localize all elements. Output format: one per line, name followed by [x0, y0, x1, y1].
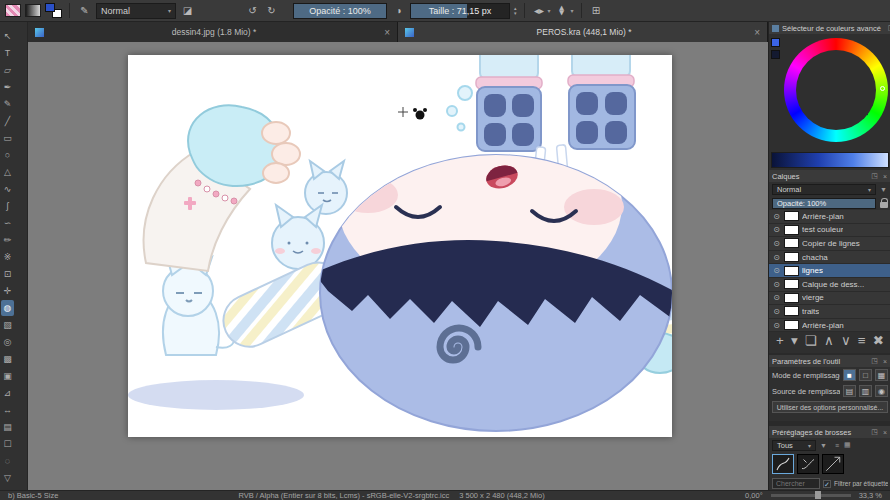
- layer-visibility-icon[interactable]: ⊙: [772, 212, 781, 221]
- layer-visibility-icon[interactable]: ⊙: [772, 307, 781, 316]
- fill-mode-foreground-button[interactable]: ■: [843, 369, 856, 381]
- layer-visibility-icon[interactable]: ⊙: [772, 293, 781, 302]
- mirror-vertical-button[interactable]: ◂▸: [555, 3, 570, 19]
- assistants-tool[interactable]: ⊿: [1, 385, 14, 401]
- grid-view-icon[interactable]: ▦: [843, 441, 852, 449]
- measure-tool[interactable]: ↔: [1, 402, 14, 418]
- zoom-slider[interactable]: [771, 494, 851, 497]
- docker-float-icon[interactable]: ◳: [870, 172, 879, 180]
- layer-row[interactable]: ⊙ Calque de dess...: [769, 278, 890, 292]
- filter-by-tag-checkbox[interactable]: ✓: [823, 480, 831, 488]
- filter-icon[interactable]: ▼: [819, 442, 828, 449]
- layer-row[interactable]: ⊙ chacha: [769, 251, 890, 265]
- fill-source-layer-button[interactable]: ▤: [843, 385, 856, 397]
- brush-preset-tile[interactable]: [772, 454, 794, 474]
- fill-mode-background-button[interactable]: □: [859, 369, 872, 381]
- rectangle-tool[interactable]: ▭: [1, 130, 14, 146]
- dynamic-brush-tool[interactable]: ✏: [1, 232, 14, 248]
- layer-row[interactable]: ⊙ test couleur: [769, 224, 890, 238]
- pattern-chooser[interactable]: [5, 4, 21, 17]
- transform-select-tool[interactable]: ↖: [1, 28, 14, 44]
- docker-close-icon[interactable]: ×: [882, 429, 888, 436]
- redo-icon[interactable]: ↻: [264, 3, 279, 19]
- gradient-tool[interactable]: ▧: [1, 317, 14, 333]
- chevron-down-icon[interactable]: ▾: [571, 7, 574, 14]
- freehand-path-tool[interactable]: ∽: [1, 215, 14, 231]
- opacity-slider[interactable]: Opacité : 100%: [293, 3, 387, 19]
- close-icon[interactable]: ×: [384, 27, 390, 38]
- blend-mode-dropdown[interactable]: Normal ▾: [96, 3, 176, 19]
- docker-close-icon[interactable]: ×: [882, 358, 888, 365]
- brush-editor-button[interactable]: ✎: [77, 3, 92, 19]
- layer-row[interactable]: ⊙ Arrière-plan: [769, 319, 890, 333]
- fill-source-color-button[interactable]: ◉: [875, 385, 888, 397]
- size-spinner[interactable]: ▴ ▾: [514, 6, 517, 16]
- hue-ring[interactable]: [784, 38, 888, 142]
- layer-properties-button[interactable]: ≡: [858, 333, 866, 348]
- layer-visibility-icon[interactable]: ⊙: [772, 253, 781, 262]
- tab-dessin4[interactable]: dessin4.jpg (1.8 Mio) * ×: [28, 22, 398, 42]
- current-color-swatch[interactable]: [771, 38, 780, 47]
- docker-float-icon[interactable]: ◳: [870, 357, 879, 365]
- layer-visibility-icon[interactable]: ⊙: [772, 239, 781, 248]
- brush-search-input[interactable]: [772, 478, 820, 489]
- layer-visibility-icon[interactable]: ⊙: [772, 321, 781, 330]
- docker-float-icon[interactable]: ◳: [870, 428, 879, 436]
- close-icon[interactable]: ×: [754, 27, 760, 38]
- use-custom-options-button[interactable]: Utiliser des options personnalisé...: [772, 401, 888, 413]
- mirror-horizontal-button[interactable]: ◂▸: [532, 3, 547, 19]
- edit-shapes-tool[interactable]: ▱: [1, 62, 14, 78]
- spin-down-icon[interactable]: ▾: [514, 11, 517, 16]
- gradient-chooser[interactable]: [25, 4, 41, 17]
- polyline-tool[interactable]: ∿: [1, 181, 14, 197]
- text-tool[interactable]: T: [1, 45, 14, 61]
- layer-filter-icon[interactable]: ▼: [879, 186, 888, 193]
- multibrush-tool[interactable]: ※: [1, 249, 14, 265]
- saturation-value-triangle[interactable]: [804, 60, 868, 120]
- move-layer-down-button[interactable]: ∨: [841, 333, 851, 348]
- smart-patch-tool[interactable]: ▩: [1, 351, 14, 367]
- previous-color-swatch[interactable]: [771, 50, 780, 59]
- layer-row[interactable]: ⊙ Arrière-plan: [769, 210, 890, 224]
- fill-source-merged-button[interactable]: ▥: [859, 385, 872, 397]
- rectangular-selection-tool[interactable]: ☐: [1, 436, 14, 452]
- chevron-down-icon[interactable]: ▾: [791, 333, 798, 348]
- calligraphy-tool[interactable]: ✒: [1, 79, 14, 95]
- list-view-icon[interactable]: ≡: [834, 442, 840, 449]
- layer-opacity-slider[interactable]: Opacité: 100%: [772, 198, 876, 209]
- add-layer-button[interactable]: +: [776, 333, 784, 348]
- crop-tool[interactable]: ▣: [1, 368, 14, 384]
- layer-row[interactable]: ⊙ Copier de lignes: [769, 237, 890, 251]
- ellipse-tool[interactable]: ○: [1, 147, 14, 163]
- reload-preset-button[interactable]: ↺: [245, 3, 260, 19]
- duplicate-layer-button[interactable]: ❏: [805, 333, 817, 348]
- line-tool[interactable]: ╱: [1, 113, 14, 129]
- docker-close-icon[interactable]: ×: [882, 173, 888, 180]
- move-tool[interactable]: ✛: [1, 283, 14, 299]
- reference-images-tool[interactable]: ▤: [1, 419, 14, 435]
- color-sampler-tool[interactable]: ◎: [1, 334, 14, 350]
- zoom-slider-handle[interactable]: [815, 491, 821, 499]
- canvas[interactable]: [128, 55, 672, 437]
- foreground-color-swatch[interactable]: [45, 3, 55, 12]
- brush-size-slider[interactable]: Taille : 71,15 px: [410, 3, 510, 19]
- layer-row[interactable]: ⊙ vierge: [769, 292, 890, 306]
- brush-preset-tile[interactable]: [797, 454, 819, 474]
- foreground-background-swatches[interactable]: [45, 3, 62, 18]
- shade-selector-strip[interactable]: [771, 152, 889, 168]
- fill-mode-pattern-button[interactable]: ▦: [875, 369, 888, 381]
- lock-icon[interactable]: [880, 202, 888, 208]
- polygon-tool[interactable]: △: [1, 164, 14, 180]
- fill-tool[interactable]: ◍: [1, 300, 14, 316]
- wrap-around-button[interactable]: ⊞: [589, 3, 604, 19]
- delete-layer-button[interactable]: ✖: [873, 333, 884, 348]
- transform-tool[interactable]: ⊡: [1, 266, 14, 282]
- freehand-brush-tool[interactable]: ✎: [1, 96, 14, 112]
- layer-row-selected[interactable]: ⊙ lignes: [769, 264, 890, 278]
- polygonal-selection-tool[interactable]: ▽: [1, 470, 14, 486]
- elliptical-selection-tool[interactable]: ◌: [1, 453, 14, 469]
- brush-preset-tile[interactable]: [822, 454, 844, 474]
- move-layer-up-button[interactable]: ∧: [824, 333, 834, 348]
- eraser-mode-button[interactable]: ◪: [180, 3, 195, 19]
- tab-peros[interactable]: PEROS.kra (448,1 Mio) * ×: [398, 22, 768, 42]
